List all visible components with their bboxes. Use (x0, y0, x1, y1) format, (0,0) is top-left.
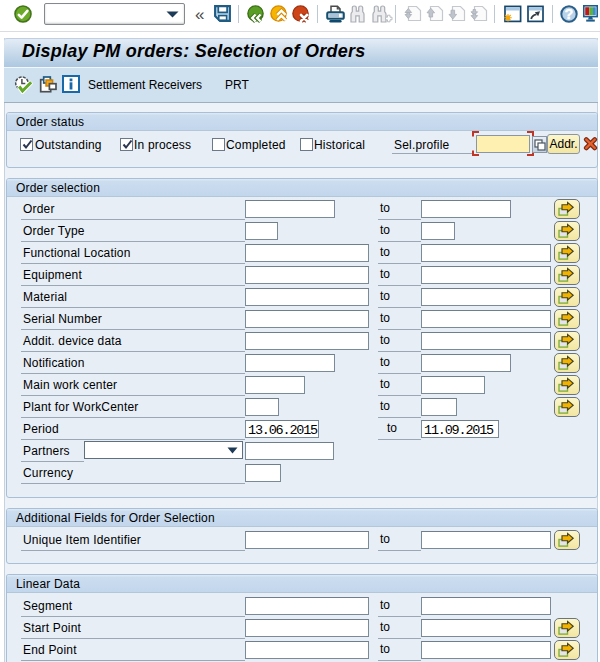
svg-text:?: ? (565, 6, 574, 22)
